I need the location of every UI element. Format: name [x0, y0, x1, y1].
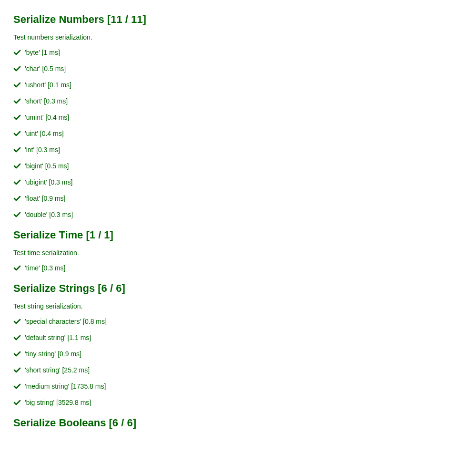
check-icon [13, 350, 21, 358]
test-label: 'short' [0.3 ms] [25, 97, 68, 105]
test-item: 'double' [0.3 ms] [13, 211, 463, 218]
test-label: 'uint' [0.4 ms] [25, 130, 64, 137]
test-item: 'umint' [0.4 ms] [13, 113, 463, 121]
suite-title: Serialize Time [1 / 1] [13, 229, 463, 241]
check-icon [13, 399, 21, 406]
test-label: 'ubigint' [0.3 ms] [25, 178, 72, 186]
suite-description: Test numbers serialization. [13, 33, 463, 41]
test-item: 'short string' [25.2 ms] [13, 366, 463, 374]
test-item: 'tiny string' [0.9 ms] [13, 350, 463, 358]
test-item: 'char' [0.5 ms] [13, 65, 463, 72]
test-label: 'int' [0.3 ms] [25, 146, 60, 154]
test-label: 'tiny string' [0.9 ms] [25, 350, 81, 358]
test-item: 'byte' [1 ms] [13, 49, 463, 56]
check-icon [13, 318, 21, 325]
check-icon [13, 97, 21, 105]
check-icon [13, 146, 21, 154]
test-label: 'umint' [0.4 ms] [25, 113, 69, 121]
check-icon [13, 65, 21, 72]
test-item: 'int' [0.3 ms] [13, 146, 463, 154]
test-item: 'medium string' [1735.8 ms] [13, 382, 463, 390]
check-icon [13, 366, 21, 374]
test-item: 'uint' [0.4 ms] [13, 130, 463, 137]
check-icon [13, 81, 21, 89]
check-icon [13, 334, 21, 341]
test-label: 'bigint' [0.5 ms] [25, 162, 69, 170]
check-icon [13, 113, 21, 121]
check-icon [13, 211, 21, 218]
test-label: 'double' [0.3 ms] [25, 211, 73, 218]
test-item: 'ubigint' [0.3 ms] [13, 178, 463, 186]
test-item: 'special characters' [0.8 ms] [13, 318, 463, 325]
check-icon [13, 162, 21, 170]
check-icon [13, 130, 21, 137]
test-label: 'big string' [3529.8 ms] [25, 399, 91, 406]
suite-description: Test string serialization. [13, 302, 463, 310]
check-icon [13, 382, 21, 390]
suite-description: Test time serialization. [13, 249, 463, 257]
suite-title: Serialize Booleans [6 / 6] [13, 417, 463, 429]
check-icon [13, 49, 21, 56]
test-label: 'ushort' [0.1 ms] [25, 81, 71, 89]
check-icon [13, 195, 21, 202]
test-list: 'time' [0.3 ms] [13, 264, 463, 272]
suite-title: Serialize Strings [6 / 6] [13, 282, 463, 295]
test-list: 'special characters' [0.8 ms]'default st… [13, 318, 463, 406]
test-label: 'special characters' [0.8 ms] [25, 318, 107, 325]
suite-title: Serialize Numbers [11 / 11] [13, 13, 463, 26]
test-item: 'default string' [1.1 ms] [13, 334, 463, 341]
test-item: 'ushort' [0.1 ms] [13, 81, 463, 89]
test-list: 'byte' [1 ms]'char' [0.5 ms]'ushort' [0.… [13, 49, 463, 218]
test-item: 'float' [0.9 ms] [13, 195, 463, 202]
test-item: 'big string' [3529.8 ms] [13, 399, 463, 406]
test-item: 'short' [0.3 ms] [13, 97, 463, 105]
test-label: 'float' [0.9 ms] [25, 195, 66, 202]
test-label: 'default string' [1.1 ms] [25, 334, 91, 341]
test-item: 'bigint' [0.5 ms] [13, 162, 463, 170]
test-item: 'time' [0.3 ms] [13, 264, 463, 272]
test-label: 'short string' [25.2 ms] [25, 366, 90, 374]
test-label: 'time' [0.3 ms] [25, 264, 65, 272]
test-label: 'char' [0.5 ms] [25, 65, 66, 72]
test-label: 'medium string' [1735.8 ms] [25, 382, 106, 390]
check-icon [13, 178, 21, 186]
test-report: Serialize Numbers [11 / 11]Test numbers … [13, 13, 463, 429]
check-icon [13, 264, 21, 272]
test-label: 'byte' [1 ms] [25, 49, 60, 56]
